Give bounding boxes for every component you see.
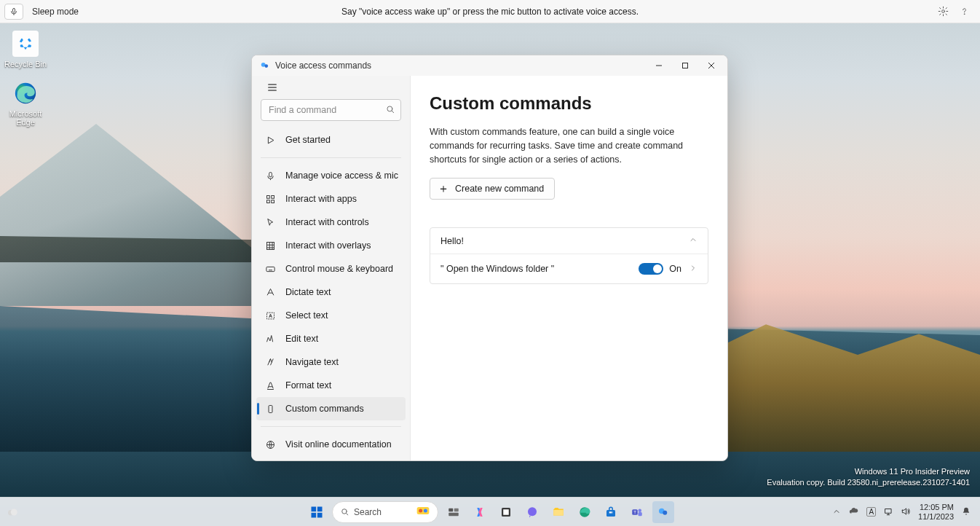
taskbar-chat[interactable]	[521, 501, 543, 523]
window-title: Voice access commands	[275, 60, 371, 71]
svg-point-2	[964, 14, 965, 15]
taskbar-weather[interactable]	[6, 506, 19, 519]
tray-volume[interactable]	[901, 506, 911, 518]
search-highlight-icon	[416, 503, 430, 520]
tray-onedrive[interactable]	[848, 506, 859, 518]
svg-rect-34	[553, 510, 564, 516]
taskbar-widgets[interactable]	[495, 501, 517, 523]
voice-help-button[interactable]	[959, 6, 970, 17]
window-maximize-button[interactable]	[672, 55, 698, 76]
nav-custom-commands[interactable]: Custom commands	[256, 397, 406, 420]
svg-point-27	[424, 509, 427, 513]
nav-navigate-text[interactable]: Navigate text	[256, 350, 406, 374]
taskbar-store[interactable]	[600, 501, 622, 523]
window-minimize-button[interactable]	[646, 55, 672, 76]
svg-rect-0	[13, 8, 15, 12]
nav-dictate-text[interactable]: Dictate text	[256, 280, 406, 304]
nav-separator	[261, 426, 401, 427]
taskbar-voice-access[interactable]	[652, 501, 674, 523]
svg-rect-29	[454, 508, 459, 511]
tray-overflow[interactable]	[832, 507, 841, 517]
svg-text:T: T	[633, 510, 636, 514]
nav-manage-voice-mic[interactable]: Manage voice access & mic	[256, 164, 406, 187]
mic-icon	[264, 169, 277, 182]
svg-point-1	[942, 10, 945, 13]
svg-rect-28	[448, 508, 453, 511]
taskbar: Search T A 12:05 PM 11/1/2023	[0, 497, 980, 526]
tray-network[interactable]	[883, 506, 893, 518]
svg-rect-8	[269, 172, 272, 176]
help-icon	[959, 6, 970, 17]
hamburger-icon	[266, 82, 278, 93]
sidebar-menu-button[interactable]	[261, 82, 284, 93]
svg-rect-12	[271, 200, 274, 203]
svg-point-26	[419, 509, 422, 513]
nav-download-copy[interactable]: Download local copy	[256, 456, 406, 461]
nav-get-started[interactable]: Get started	[256, 128, 406, 152]
taskbar-explorer[interactable]	[548, 501, 569, 523]
nav-online-docs[interactable]: Visit online documentation	[256, 433, 406, 456]
voice-mic-button[interactable]	[4, 4, 23, 20]
svg-rect-21	[317, 506, 323, 511]
svg-rect-11	[266, 200, 269, 203]
window-titlebar[interactable]: Voice access commands	[252, 55, 727, 76]
tray-clock[interactable]: 12:05 PM 11/1/2023	[918, 503, 954, 521]
nav-edit-text[interactable]: Edit text	[256, 327, 406, 350]
taskbar-teams[interactable]: T	[626, 501, 648, 523]
nav-label: Navigate text	[285, 357, 339, 367]
svg-point-33	[528, 507, 537, 516]
watermark-line1: Windows 11 Pro Insider Preview	[767, 466, 970, 477]
edge-icon	[12, 80, 39, 106]
command-toggle[interactable]	[639, 263, 663, 275]
plus-icon: ＋	[438, 183, 449, 195]
svg-rect-22	[312, 512, 317, 517]
desktop-icon-edge[interactable]: Microsoft Edge	[0, 80, 51, 127]
nav-label: Interact with overlays	[285, 240, 371, 251]
chevron-right-icon[interactable]	[689, 264, 698, 275]
chat-icon	[526, 506, 539, 519]
svg-rect-32	[503, 509, 509, 515]
nav-label: Interact with controls	[285, 217, 369, 227]
select-text-icon	[264, 309, 277, 322]
watermark-line2: Evaluation copy. Build 23580.ni_prerelea…	[767, 477, 970, 488]
nav-label: Edit text	[285, 334, 318, 344]
tray-notifications[interactable]	[961, 506, 971, 518]
nav-control-mouse-keyboard[interactable]: Control mouse & keyboard	[256, 257, 406, 280]
play-icon	[264, 133, 277, 146]
edit-icon	[264, 332, 277, 345]
tray-language[interactable]: A	[866, 507, 876, 517]
taskbar-edge[interactable]	[574, 501, 596, 523]
content-pane: Custom commands With custom commands fea…	[411, 76, 727, 460]
voice-hint: Say "voice access wake up" or press the …	[341, 7, 639, 17]
nav-label: Format text	[285, 380, 331, 390]
taskbar-copilot[interactable]	[469, 501, 491, 523]
svg-rect-6	[683, 63, 688, 68]
nav-select-text[interactable]: Select text	[256, 304, 406, 327]
command-row: " Open the Windows folder " On	[430, 254, 708, 283]
voice-settings-button[interactable]	[938, 6, 949, 17]
search-input[interactable]	[261, 99, 401, 121]
search-icon	[340, 507, 349, 517]
svg-rect-45	[885, 509, 891, 513]
create-command-button[interactable]: ＋ Create new command	[430, 178, 555, 200]
nav-interact-overlays[interactable]: Interact with overlays	[256, 234, 406, 257]
search-icon	[385, 104, 395, 117]
sidebar: Get started Manage voice access & mic In…	[252, 76, 411, 460]
nav-interact-apps[interactable]: Interact with apps	[256, 187, 406, 211]
gear-icon	[938, 6, 949, 17]
svg-point-41	[639, 509, 642, 512]
taskbar-search[interactable]: Search	[332, 501, 438, 523]
window-close-button[interactable]	[698, 55, 724, 76]
command-group-header[interactable]: Hello!	[430, 228, 708, 254]
desktop-icon-recycle-bin[interactable]: Recycle Bin	[0, 31, 51, 68]
svg-rect-16	[269, 405, 272, 412]
svg-point-7	[387, 106, 392, 111]
device-icon	[264, 402, 277, 415]
nav-interact-controls[interactable]: Interact with controls	[256, 211, 406, 234]
start-button[interactable]	[306, 501, 328, 523]
taskbar-task-view[interactable]	[443, 501, 465, 523]
content-description: With custom commands feature, one can bu…	[430, 125, 706, 166]
svg-rect-23	[317, 512, 323, 517]
nav-format-text[interactable]: Format text	[256, 374, 406, 397]
cursor-icon	[264, 216, 277, 229]
